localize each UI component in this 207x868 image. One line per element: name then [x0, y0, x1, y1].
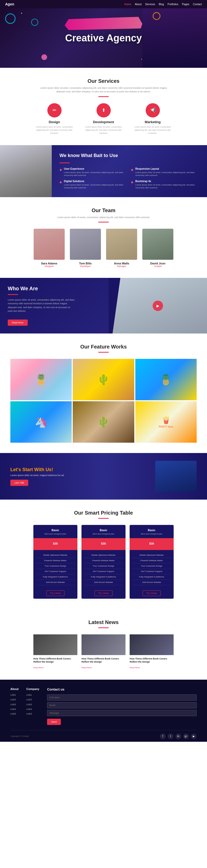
contact-message-input[interactable]	[47, 710, 197, 716]
news-title: Latest News	[10, 619, 197, 625]
bait-feature-ux-icon: ◆	[60, 168, 62, 172]
hero-section: Creative Agency ✦ ✦	[0, 8, 207, 68]
contact-email-input[interactable]	[47, 702, 197, 708]
works-section: Our Feature Works 🍍 🌵 🍍 🦄 🌵 🍟PARTY time	[0, 334, 207, 453]
pricing-feature-1-1: Mobile Optimized Website	[36, 553, 75, 558]
news-link-3[interactable]: Read More	[130, 666, 140, 669]
news-grid: How These Different Book Covers Reflect …	[10, 634, 197, 669]
social-linkedin-icon[interactable]: in	[175, 734, 181, 739]
footer-company-link-2[interactable]: Link2	[26, 698, 39, 702]
pricing-feature-2-5: Fully Integrated 5 platforms	[84, 575, 123, 580]
contact-send-button[interactable]: Send	[47, 719, 61, 725]
play-button[interactable]: ▶	[153, 301, 163, 311]
team-subtitle: Lorem ipsum dolor sit amet, consectetur …	[39, 216, 168, 219]
work-2-content: 🌵	[73, 359, 134, 400]
service-dev-icon: ⬆	[96, 103, 111, 118]
service-design-name: Design	[34, 120, 75, 124]
footer-about-link-5[interactable]: Link5	[10, 712, 19, 716]
nav-link-contact[interactable]: Contact	[193, 3, 202, 6]
pricing-header-2: Basic Best and cheapest plan	[82, 525, 125, 538]
footer-about-link-3[interactable]: Link3	[10, 703, 19, 706]
news-title-2: How These Different Book Covers Reflect …	[82, 657, 125, 663]
footer-company-link-5[interactable]: Link5	[26, 712, 39, 716]
cta-button[interactable]: Let's Talk	[10, 480, 28, 486]
footer-company-link-4[interactable]: Link4	[26, 707, 39, 711]
service-mkt-name: Marketing	[132, 120, 173, 124]
pricing-feature-1-4: 24/7 Customer Support	[36, 569, 75, 575]
nav-link-blog[interactable]: Blog	[158, 3, 164, 6]
work-item-2[interactable]: 🌵	[73, 359, 134, 400]
pricing-plan-3: Basic	[132, 529, 171, 532]
team-photo-sara	[34, 229, 65, 260]
service-design: ✏ Design Lorem ipsum dolor sit amet, con…	[34, 103, 75, 135]
work-item-1[interactable]: 🍍	[10, 359, 72, 400]
nav-link-about[interactable]: About	[135, 3, 142, 6]
nav-logo: Agen	[5, 2, 14, 6]
service-dev-name: Development	[83, 120, 124, 124]
bait-feature-responsive: ◆ Responsive Layout Lorem ipsum dolor si…	[131, 167, 199, 177]
pricing-desc-1: Best and cheapest plan	[36, 532, 75, 535]
footer-about-link-4[interactable]: Link4	[10, 707, 19, 711]
nav-link-portfolios[interactable]: Portfolios	[168, 3, 178, 6]
pricing-feature-2-2: Powerful Website Maker	[84, 558, 123, 563]
footer-about-link-2[interactable]: Link2	[10, 698, 19, 702]
who-section: Who We Are Lorem ipsum dolor sit amet, c…	[0, 278, 207, 334]
who-text: Lorem ipsum dolor sit amet, consectetur …	[8, 298, 75, 313]
social-googleplus-icon[interactable]: g+	[183, 734, 189, 739]
cta-person-image	[155, 461, 197, 492]
nav-link-pages[interactable]: Pages	[182, 3, 189, 6]
news-image-3	[130, 634, 174, 655]
bait-feature-ux: ◆ User Experience Lorem ipsum dolor sit …	[60, 167, 128, 177]
news-card-2: How These Different Book Covers Reflect …	[82, 634, 125, 669]
pricing-feature-3-3: True Customize Design	[132, 563, 171, 569]
pricing-body-3: Mobile Optimized Website Powerful Websit…	[130, 550, 174, 588]
footer-company-link-1[interactable]: Link1	[26, 693, 39, 697]
service-mkt-icon: 📢	[146, 103, 160, 118]
navbar: Agen Home About Services Blog Portfolios…	[0, 0, 207, 8]
works-grid: 🍍 🌵 🍍 🦄 🌵 🍟PARTY time	[10, 359, 197, 443]
footer-about-link-1[interactable]: Link1	[10, 693, 19, 697]
cta-left: Let's Start With Us! Lorem ipsum dolor s…	[10, 467, 64, 486]
work-4-content: 🦄	[10, 401, 72, 443]
news-divider	[98, 627, 109, 628]
work-item-6[interactable]: 🍟PARTY time	[135, 401, 197, 443]
work-1-content: 🍍	[10, 359, 72, 400]
who-divider	[8, 294, 18, 295]
news-title-3: How These Different Book Covers Reflect …	[130, 657, 174, 663]
contact-fullname-input[interactable]	[47, 694, 197, 701]
deco-circle-orange	[153, 12, 160, 20]
social-facebook-icon[interactable]: f	[160, 734, 166, 739]
pricing-btn-3[interactable]: Try It Now	[143, 590, 161, 596]
team-photo-tom	[70, 229, 101, 260]
pricing-price-3: $30	[130, 538, 174, 550]
pricing-body-1: Mobile Optimized Website Powerful Websit…	[33, 550, 77, 588]
pricing-body-2: Mobile Optimized Website Powerful Websit…	[82, 550, 125, 588]
footer-company-link-3[interactable]: Link3	[26, 703, 39, 706]
work-item-5[interactable]: 🌵	[73, 401, 134, 443]
footer-about-title: About	[10, 687, 19, 690]
bait-section: We know What Bait to Use ◆ User Experien…	[0, 145, 207, 197]
team-section: Our Team Lorem ipsum dolor sit amet, con…	[0, 197, 207, 278]
footer-contact-title: Contact us	[47, 687, 197, 691]
who-readmore-button[interactable]: Read More	[8, 319, 28, 326]
pricing-footer-1: Try It Now	[33, 588, 77, 599]
pricing-btn-2[interactable]: Try It Now	[94, 590, 113, 596]
works-title: Our Feature Works	[10, 344, 197, 350]
bait-divider	[60, 162, 70, 163]
footer-company-title: Company	[26, 687, 39, 690]
team-role-david: Analyst	[142, 265, 173, 268]
work-item-4[interactable]: 🦄	[10, 401, 72, 443]
work-item-3[interactable]: 🍍	[135, 359, 197, 400]
news-link-1[interactable]: Read More	[33, 666, 44, 669]
pricing-section: Our Smart Pricing Table Basic Best and c…	[0, 500, 207, 609]
social-youtube-icon[interactable]: ▶	[191, 734, 197, 739]
pricing-feature-2-4: 24/7 Customer Support	[84, 569, 123, 575]
nav-link-home[interactable]: Home	[124, 3, 131, 6]
nav-link-services[interactable]: Services	[145, 3, 155, 6]
news-link-2[interactable]: Read More	[82, 666, 92, 669]
social-twitter-icon[interactable]: t	[168, 734, 173, 739]
pricing-btn-1[interactable]: Try It Now	[46, 590, 65, 596]
pricing-footer-2: Try It Now	[82, 588, 125, 599]
news-section: Latest News How These Different Book Cov…	[0, 609, 207, 680]
pricing-price-1: $30	[33, 538, 77, 550]
